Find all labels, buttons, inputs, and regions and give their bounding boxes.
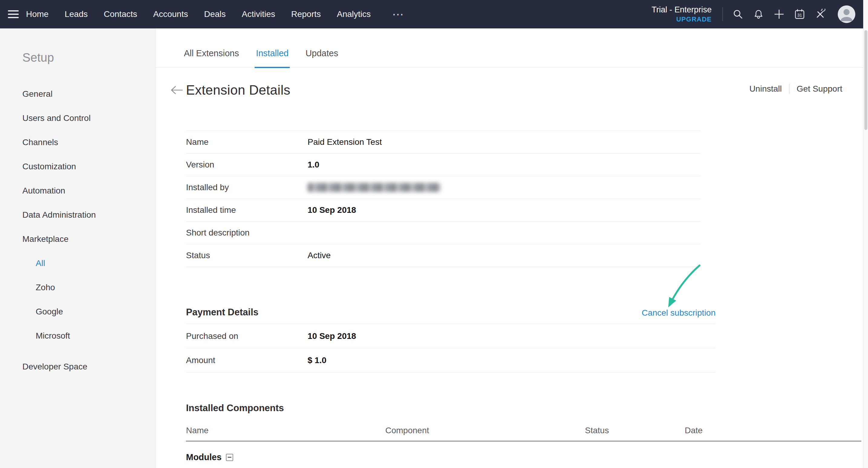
detail-label: Installed by [186, 183, 308, 192]
detail-row-version: Version 1.0 [186, 154, 701, 176]
nav-item-reports[interactable]: Reports [291, 9, 321, 19]
sidebar-item-microsoft[interactable]: Microsoft [22, 324, 155, 348]
components-table-header: Name Component Status Date [186, 426, 861, 441]
plan-name: Trial - Enterprise [651, 5, 712, 15]
user-avatar[interactable] [838, 5, 855, 23]
nav-item-contacts[interactable]: Contacts [104, 9, 137, 19]
extension-details-panel: Extension Details Uninstall Get Support … [155, 81, 863, 462]
page-scrollbar[interactable] [863, 0, 868, 468]
collapse-minus-icon[interactable] [226, 454, 233, 461]
nav-item-activities[interactable]: Activities [242, 9, 275, 19]
sidebar-item-channels[interactable]: Channels [22, 130, 155, 155]
nav-item-accounts[interactable]: Accounts [153, 9, 188, 19]
setup-sidebar: Setup General Users and Control Channels… [0, 28, 155, 468]
actions-divider [789, 84, 789, 94]
main-content: All Extensions Installed Updates Extensi… [155, 28, 863, 468]
back-arrow-icon[interactable] [170, 85, 183, 96]
page-title: Extension Details [186, 83, 290, 98]
tab-updates[interactable]: Updates [306, 49, 338, 67]
tab-all-extensions[interactable]: All Extensions [184, 49, 239, 67]
calendar-icon[interactable]: 31 [794, 9, 805, 20]
detail-row-name: Name Paid Extension Test [186, 131, 701, 154]
sidebar-item-general[interactable]: General [22, 82, 155, 106]
top-navbar: Home Leads Contacts Accounts Deals Activ… [0, 0, 863, 28]
payment-row-amount: Amount $ 1.0 [186, 348, 716, 372]
quick-add-plus-icon[interactable] [774, 9, 784, 20]
sidebar-item-developer-space[interactable]: Developer Space [22, 355, 155, 379]
payment-label: Purchased on [186, 331, 308, 341]
nav-item-home[interactable]: Home [26, 9, 49, 19]
uninstall-button[interactable]: Uninstall [749, 84, 782, 94]
sidebar-item-data-administration[interactable]: Data Administration [22, 203, 155, 227]
detail-label: Version [186, 160, 308, 169]
payment-details-section: Payment Details Cancel subscription Purc… [186, 307, 716, 372]
sidebar-item-marketplace[interactable]: Marketplace [22, 227, 155, 251]
modules-group-row[interactable]: Modules [186, 441, 861, 462]
payment-value: $ 1.0 [308, 355, 326, 365]
status-value: Active [308, 251, 331, 260]
payment-section-title: Payment Details [186, 307, 258, 318]
extension-detail-table: Name Paid Extension Test Version 1.0 Ins… [186, 131, 701, 267]
main-menu: Home Leads Contacts Accounts Deals Activ… [26, 8, 404, 20]
more-ellipsis-icon[interactable]: ⋯ [392, 8, 404, 20]
payment-row-purchased-on: Purchased on 10 Sep 2018 [186, 324, 716, 348]
detail-row-installed-time: Installed time 10 Sep 2018 [186, 199, 701, 222]
detail-label: Installed time [186, 205, 308, 215]
page-actions: Uninstall Get Support [749, 84, 842, 94]
navbar-divider [722, 7, 723, 21]
sidebar-title: Setup [22, 51, 155, 64]
sidebar-item-google[interactable]: Google [22, 300, 155, 324]
detail-value: Paid Extension Test [308, 137, 382, 147]
notifications-bell-icon[interactable] [753, 9, 764, 20]
payment-label: Amount [186, 355, 308, 365]
get-support-button[interactable]: Get Support [797, 84, 842, 94]
nav-item-analytics[interactable]: Analytics [337, 9, 371, 19]
modules-group-label: Modules [186, 452, 222, 462]
payment-value: 10 Sep 2018 [308, 331, 356, 341]
redacted-email [308, 183, 441, 192]
detail-row-status: Status Active [186, 244, 701, 267]
sidebar-item-automation[interactable]: Automation [22, 179, 155, 203]
col-header-name: Name [186, 426, 385, 435]
sidebar-item-all[interactable]: All [22, 251, 155, 275]
detail-label: Short description [186, 228, 308, 238]
hamburger-icon[interactable] [8, 10, 19, 18]
sidebar-item-customization[interactable]: Customization [22, 155, 155, 179]
detail-label: Status [186, 251, 308, 260]
nav-item-deals[interactable]: Deals [204, 9, 226, 19]
annotation-arrow [661, 262, 718, 315]
tab-installed[interactable]: Installed [256, 49, 288, 67]
nav-item-leads[interactable]: Leads [65, 9, 88, 19]
svg-text:31: 31 [797, 13, 802, 18]
tools-icon[interactable] [815, 9, 826, 20]
extensions-tabs: All Extensions Installed Updates [155, 28, 863, 68]
detail-row-installed-by: Installed by [186, 176, 701, 199]
navbar-right-cluster: Trial - Enterprise UPGRADE [651, 5, 855, 23]
col-header-date: Date [685, 426, 861, 435]
col-header-component: Component [385, 426, 585, 435]
components-section-title: Installed Components [186, 403, 861, 413]
scrollbar-thumb[interactable] [864, 30, 867, 130]
sidebar-item-zoho[interactable]: Zoho [22, 275, 155, 300]
upgrade-link[interactable]: UPGRADE [651, 15, 712, 24]
plan-block: Trial - Enterprise UPGRADE [651, 5, 712, 23]
detail-value: 1.0 [308, 160, 319, 169]
installed-components-section: Installed Components Name Component Stat… [186, 403, 861, 462]
payment-section-head: Payment Details Cancel subscription [186, 307, 716, 324]
search-icon[interactable] [733, 9, 743, 20]
page-head: Extension Details Uninstall Get Support [186, 81, 863, 99]
detail-value: 10 Sep 2018 [308, 205, 356, 215]
detail-row-short-description: Short description [186, 222, 701, 244]
detail-label: Name [186, 137, 308, 147]
col-header-status: Status [585, 426, 685, 435]
sidebar-item-users-and-control[interactable]: Users and Control [22, 106, 155, 130]
